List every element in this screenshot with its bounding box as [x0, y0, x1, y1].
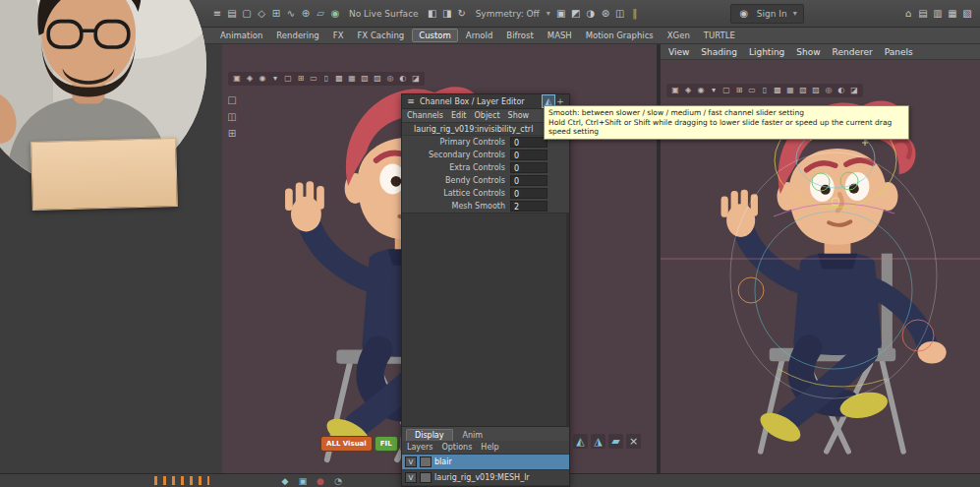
select-camera-icon[interactable]: ▣ — [231, 73, 243, 85]
panel-menu-icon[interactable]: ≡ — [405, 95, 417, 107]
channel-label[interactable]: Secondary Controls — [402, 151, 510, 159]
lock-camera-icon[interactable]: ◈ — [244, 73, 256, 85]
camera-attributes-icon[interactable]: ◉ — [695, 85, 707, 96]
channel-value-field[interactable]: 0 — [510, 150, 548, 160]
panel-toggle-icons-group: ⌂▤▥▦▧ — [901, 7, 974, 21]
channel-value-field[interactable]: 0 — [510, 162, 548, 173]
shelf-tab-rendering[interactable]: Rendering — [270, 30, 324, 41]
channel-label[interactable]: Extra Controls — [402, 163, 510, 172]
layer-color-swatch[interactable] — [420, 457, 432, 467]
tooltip-line2: Hold Ctrl, Ctrl+Shift or Shift while dra… — [548, 118, 904, 137]
menu-show[interactable]: Show — [508, 111, 530, 120]
channel-label[interactable]: Mesh Smooth — [402, 202, 510, 211]
menu-channels[interactable]: Channels — [407, 111, 443, 120]
snap-to-point-icon[interactable]: ⊕ — [299, 7, 313, 21]
menu-lighting[interactable]: Lighting — [749, 47, 784, 57]
menu-layers[interactable]: Layers — [407, 443, 432, 452]
single-pane-layout-icon[interactable]: □ — [225, 93, 239, 107]
selection-mask-menu-icon[interactable]: ≡ — [210, 7, 224, 21]
layer-row-selected[interactable]: V blair — [402, 455, 569, 470]
layer-name: blair — [434, 457, 452, 466]
ipr-render-icon[interactable]: ◑ — [584, 7, 598, 21]
sign-in-menu[interactable]: ◉ Sign In ▾ — [730, 4, 804, 24]
chevron-down-icon[interactable]: ▾ — [547, 9, 550, 18]
shelf-tab-bifrost[interactable]: Bifrost — [500, 30, 539, 41]
tab-anim[interactable]: Anim — [455, 430, 491, 441]
workspace-selector-icon[interactable]: ⌂ — [901, 7, 915, 21]
close-icon[interactable]: × — [626, 434, 641, 449]
sculpt-tool-icon[interactable]: ◭ — [573, 434, 588, 449]
hierarchy-mode-icon[interactable]: ▤ — [225, 7, 239, 21]
render-current-frame-icon[interactable]: ◩ — [569, 7, 583, 21]
shelf-tab-turtle[interactable]: TURTLE — [698, 30, 741, 41]
anim-layer-icon[interactable]: ▣ — [297, 475, 309, 487]
layer-row[interactable]: V laurig_rig_v019:MESH_lr — [402, 470, 569, 486]
channel-value-field[interactable]: 0 — [510, 175, 548, 186]
picker-all-visual-button[interactable]: ALL Visual — [320, 436, 373, 452]
channel-value-field[interactable]: 0 — [510, 188, 548, 199]
menu-view[interactable]: View — [668, 47, 689, 57]
snap-to-plane-icon[interactable]: ▱ — [314, 7, 327, 21]
layer-visibility-toggle[interactable]: V — [405, 472, 417, 483]
two-pane-layout-icon[interactable]: ◫ — [225, 110, 239, 124]
no-live-surface-label[interactable]: No Live Surface — [346, 9, 422, 19]
object-mode-icon[interactable]: ▢ — [240, 7, 254, 21]
shelf-tab-motion-graphics[interactable]: Motion Graphics — [580, 30, 660, 41]
channel-box-panel-icon[interactable]: ▥ — [931, 7, 945, 21]
time-display-icon[interactable]: ◔ — [332, 475, 344, 487]
menu-options[interactable]: Options — [441, 443, 472, 452]
layer-editor-tabs: Display Anim — [402, 426, 569, 441]
menu-show[interactable]: Show — [796, 47, 820, 57]
select-camera-icon[interactable]: ▣ — [669, 85, 681, 96]
character-set-icon[interactable]: ◆ — [279, 475, 291, 487]
render-view-icon[interactable]: ▣ — [554, 7, 568, 21]
channel-box-empty-area[interactable] — [402, 213, 569, 426]
attribute-editor-panel-icon[interactable]: ▦ — [946, 7, 959, 21]
lock-camera-icon[interactable]: ◈ — [682, 85, 694, 96]
selection-snap-icons-group: ≡▤▢◇⊞∿⊕▱◉ — [210, 7, 342, 21]
menu-panels[interactable]: Panels — [885, 47, 913, 57]
menu-help[interactable]: Help — [481, 443, 498, 452]
channel-value-field[interactable]: 0 — [510, 137, 548, 148]
shelf-tab-fx[interactable]: FX — [327, 30, 350, 41]
make-live-icon[interactable]: ◉ — [328, 7, 342, 21]
shelf-tab-fx-caching[interactable]: FX Caching — [351, 30, 410, 41]
four-pane-layout-icon[interactable]: ⊞ — [225, 127, 239, 141]
paint-tool-icon[interactable]: ◮ — [591, 434, 605, 449]
outliner-panel-icon[interactable]: ▤ — [916, 7, 930, 21]
input-connections-icon[interactable]: ◧ — [426, 7, 439, 21]
symmetry-dropdown[interactable]: Symmetry: Off — [473, 9, 543, 19]
construction-history-icon[interactable]: ↻ — [455, 7, 469, 21]
shelf-tab-xgen[interactable]: XGen — [662, 30, 696, 41]
render-settings-icon[interactable]: ⊛ — [599, 7, 612, 21]
shelf-tab-animation[interactable]: Animation — [214, 30, 268, 41]
quick-layout-buttons: □◫⊞ — [225, 93, 239, 141]
grease-pencil-icon[interactable]: ▰ — [608, 434, 623, 449]
layer-visibility-toggle[interactable]: V — [405, 457, 417, 467]
shelf-tab-custom[interactable]: Custom — [412, 29, 458, 42]
tool-settings-panel-icon[interactable]: ▧ — [960, 7, 974, 21]
channel-box-title: Channel Box / Layer Editor — [420, 97, 525, 106]
menu-object[interactable]: Object — [475, 111, 500, 120]
snap-to-grid-icon[interactable]: ⊞ — [269, 7, 283, 21]
chevron-down-icon: ▾ — [793, 9, 797, 18]
layer-color-swatch[interactable] — [420, 472, 432, 483]
menu-edit[interactable]: Edit — [451, 111, 467, 120]
auto-key-icon[interactable]: ● — [315, 475, 326, 487]
channel-label[interactable]: Bendy Controls — [402, 176, 510, 185]
channel-label[interactable]: Primary Controls — [402, 138, 510, 147]
snap-to-curve-icon[interactable]: ∿ — [284, 7, 298, 21]
channel-label[interactable]: Lattice Controls — [402, 189, 510, 198]
picker-fil-button[interactable]: FIL — [375, 436, 398, 452]
output-connections-icon[interactable]: ◨ — [440, 7, 454, 21]
pause-icon[interactable]: ‖ — [628, 7, 642, 21]
tab-display[interactable]: Display — [406, 429, 453, 441]
component-mode-icon[interactable]: ◇ — [255, 7, 268, 21]
hypershade-icon[interactable]: ◫ — [613, 7, 627, 21]
menu-shading[interactable]: Shading — [701, 47, 737, 57]
menu-renderer[interactable]: Renderer — [833, 47, 873, 57]
channel-value-field[interactable]: 2 — [510, 201, 548, 212]
shelf-tab-mash[interactable]: MASH — [542, 30, 578, 41]
channel-row: Bendy Controls 0 — [402, 174, 569, 187]
shelf-tab-arnold[interactable]: Arnold — [460, 30, 499, 41]
